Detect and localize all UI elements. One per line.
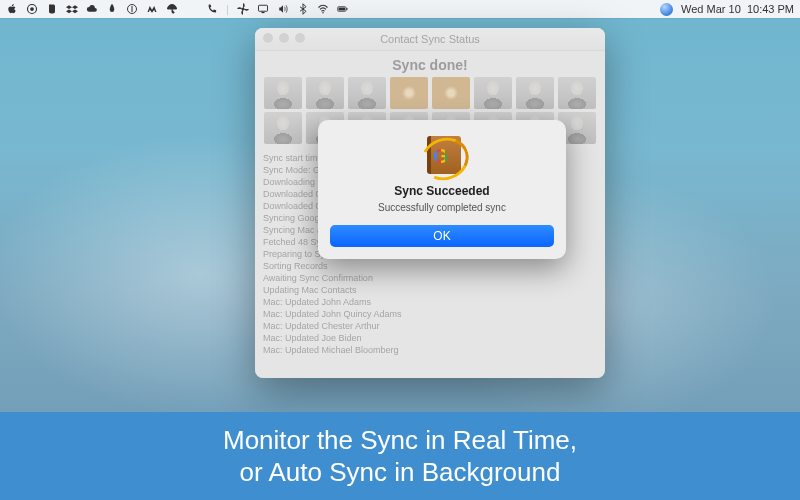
window-traffic-lights[interactable] <box>263 33 305 43</box>
one-password-icon[interactable] <box>126 3 138 15</box>
chat-status-icon[interactable] <box>660 3 673 16</box>
window-title: Contact Sync Status <box>380 33 480 45</box>
promo-caption: Monitor the Sync in Real Time, or Auto S… <box>0 412 800 500</box>
log-line: Sorting Records <box>263 260 597 272</box>
caption-line-1: Monitor the Sync in Real Time, <box>223 424 577 456</box>
caption-line-2: or Auto Sync in Background <box>240 456 561 488</box>
svg-rect-9 <box>338 8 345 11</box>
window-titlebar[interactable]: Contact Sync Status <box>255 28 605 51</box>
volume-icon[interactable] <box>277 3 289 15</box>
wifi-icon[interactable] <box>317 3 329 15</box>
malwarebytes-icon[interactable] <box>146 3 158 15</box>
app-icon: G <box>421 134 463 176</box>
dialog-message: Successfully completed sync <box>378 202 506 213</box>
minimize-icon[interactable] <box>279 33 289 43</box>
svg-rect-5 <box>258 5 267 11</box>
display-icon[interactable] <box>257 3 269 15</box>
battery-icon[interactable] <box>337 3 349 15</box>
zoom-icon[interactable] <box>295 33 305 43</box>
app-book-icon <box>390 77 428 109</box>
menubar-clock[interactable]: Wed Mar 10 10:43 PM <box>681 3 794 15</box>
svg-rect-3 <box>131 6 132 12</box>
svg-point-1 <box>30 7 34 11</box>
log-line: Mac: Updated John Adams <box>263 296 597 308</box>
sync-heading: Sync done! <box>263 57 597 73</box>
contact-thumb <box>306 77 344 109</box>
sync-result-dialog: G Sync Succeeded Successfully completed … <box>318 120 566 259</box>
cloud-upload-icon[interactable] <box>86 3 98 15</box>
sync-ring-icon <box>432 77 470 109</box>
contact-thumb <box>348 77 386 109</box>
svg-point-7 <box>322 12 324 14</box>
dialog-title: Sync Succeeded <box>394 184 489 198</box>
svg-rect-6 <box>261 12 264 13</box>
fan-icon[interactable] <box>237 3 249 15</box>
phone-icon[interactable] <box>206 3 218 15</box>
dropbox-icon[interactable] <box>66 3 78 15</box>
contact-thumb <box>516 77 554 109</box>
apple-menu-icon[interactable] <box>6 3 18 15</box>
log-line: Mac: Updated Michael Bloomberg <box>263 344 597 356</box>
contact-thumb <box>558 77 596 109</box>
moon-icon[interactable] <box>186 3 198 15</box>
evernote-icon[interactable] <box>46 3 58 15</box>
contact-thumb <box>264 112 302 144</box>
svg-rect-10 <box>346 8 347 10</box>
contact-thumb <box>474 77 512 109</box>
log-line: Mac: Updated Chester Arthur <box>263 320 597 332</box>
contact-thumb-row-1 <box>263 77 597 109</box>
svg-point-4 <box>241 8 244 11</box>
cloud-app-icon[interactable] <box>26 3 38 15</box>
close-icon[interactable] <box>263 33 273 43</box>
backblaze-icon[interactable] <box>106 3 118 15</box>
log-line: Mac: Updated John Quincy Adams <box>263 308 597 320</box>
macos-menubar: | Wed Mar 10 10:43 PM <box>0 0 800 18</box>
log-line: Awaiting Sync Confirmation <box>263 272 597 284</box>
log-line: Mac: Updated Joe Biden <box>263 332 597 344</box>
contact-thumb <box>264 77 302 109</box>
ok-button[interactable]: OK <box>330 225 554 247</box>
bluetooth-icon[interactable] <box>297 3 309 15</box>
umbrella-icon[interactable] <box>166 3 178 15</box>
log-line: Updating Mac Contacts <box>263 284 597 296</box>
